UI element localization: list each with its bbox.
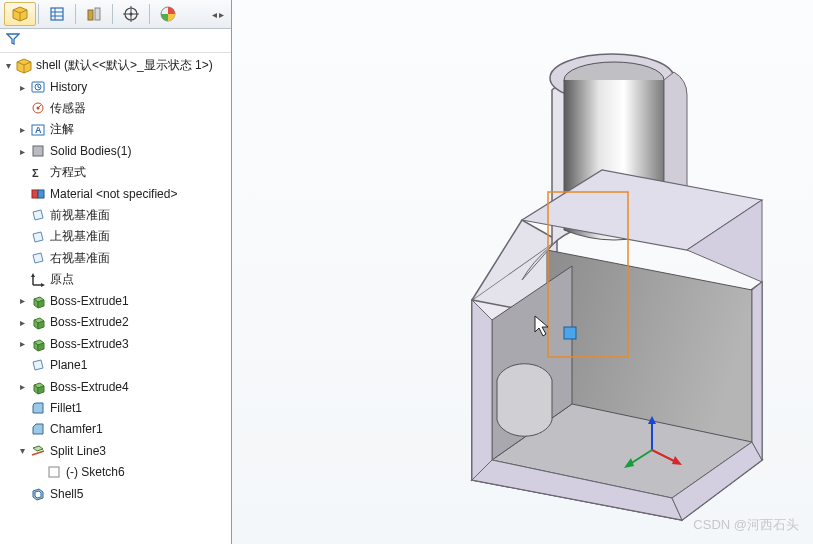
tree-item-label: 注解 — [50, 121, 74, 138]
tree-item[interactable]: 上视基准面 — [0, 226, 231, 247]
tree-item[interactable]: ▸Boss-Extrude2 — [0, 312, 231, 333]
expand-toggle[interactable]: ▸ — [16, 381, 28, 393]
tree-item[interactable]: ▸Boss-Extrude3 — [0, 333, 231, 354]
svg-text:A: A — [35, 125, 42, 135]
tree-item[interactable]: Fillet1 — [0, 397, 231, 418]
fillet-icon — [30, 400, 46, 416]
graphics-viewport[interactable]: CSDN @河西石头 — [232, 0, 813, 544]
tree-item[interactable]: (-) Sketch6 — [0, 461, 231, 482]
origin-icon — [30, 272, 46, 288]
material-icon — [30, 186, 46, 202]
plane-icon — [30, 357, 46, 373]
expand-toggle — [16, 167, 28, 179]
tree-item[interactable]: Plane1 — [0, 354, 231, 375]
tree-item-label: 传感器 — [50, 100, 86, 117]
filter-icon[interactable] — [6, 32, 20, 49]
tree-item-label: Boss-Extrude1 — [50, 294, 129, 308]
expand-toggle[interactable]: ▸ — [16, 316, 28, 328]
palette-icon — [159, 5, 177, 23]
history-icon — [30, 79, 46, 95]
expand-toggle — [32, 466, 44, 478]
tree-item-label: 右视基准面 — [50, 250, 110, 267]
tree-item-label: Chamfer1 — [50, 422, 103, 436]
svg-marker-41 — [38, 386, 44, 394]
expand-toggle[interactable]: ▸ — [16, 338, 28, 350]
svg-line-43 — [32, 451, 44, 455]
sensor-icon — [30, 100, 46, 116]
expand-toggle[interactable]: ▸ — [16, 81, 28, 93]
tree-item-label: 方程式 — [50, 164, 86, 181]
cube-gold-icon — [11, 5, 29, 23]
svg-marker-35 — [38, 321, 44, 329]
tree-item-label: Boss-Extrude3 — [50, 337, 129, 351]
expand-toggle — [16, 209, 28, 221]
tree-item[interactable]: Shell5 — [0, 483, 231, 504]
filter-row — [0, 29, 231, 53]
expand-toggle — [16, 488, 28, 500]
svg-rect-25 — [38, 190, 44, 198]
toolbar-overflow[interactable]: ◂ ▸ — [209, 2, 227, 26]
tab-config-manager[interactable] — [78, 2, 110, 26]
tab-toolbar: ◂ ▸ — [0, 0, 231, 29]
expand-toggle — [16, 188, 28, 200]
tree-item[interactable]: ▾Split Line3 — [0, 440, 231, 461]
tab-display-manager[interactable] — [152, 2, 184, 26]
tree-item[interactable]: Chamfer1 — [0, 419, 231, 440]
tree-item-label: Plane1 — [50, 358, 87, 372]
tree-item[interactable]: 前视基准面 — [0, 205, 231, 226]
plane-icon — [30, 250, 46, 266]
split-icon — [30, 443, 46, 459]
expand-toggle[interactable]: ▸ — [16, 295, 28, 307]
tree-item[interactable]: ▸Boss-Extrude1 — [0, 290, 231, 311]
expand-toggle — [16, 402, 28, 414]
tree-item[interactable]: Σ方程式 — [0, 162, 231, 183]
tree-item[interactable]: ▸Solid Bodies(1) — [0, 141, 231, 162]
expand-toggle — [16, 231, 28, 243]
svg-point-11 — [130, 13, 133, 16]
expand-toggle — [16, 359, 28, 371]
expand-toggle[interactable]: ▾ — [2, 60, 14, 72]
tab-dimxpert[interactable] — [115, 2, 147, 26]
svg-marker-38 — [38, 343, 44, 351]
svg-marker-46 — [35, 491, 41, 498]
expand-toggle[interactable]: ▸ — [16, 145, 28, 157]
tree-item[interactable]: ▸Boss-Extrude4 — [0, 376, 231, 397]
tree-item-label: Fillet1 — [50, 401, 82, 415]
svg-marker-42 — [33, 446, 43, 451]
tree-item-label: Split Line3 — [50, 444, 106, 458]
watermark: CSDN @河西石头 — [693, 516, 799, 534]
expand-toggle[interactable]: ▸ — [16, 124, 28, 136]
tab-feature-manager[interactable] — [4, 2, 36, 26]
tree-item[interactable]: 传感器 — [0, 98, 231, 119]
face-handle — [564, 327, 576, 339]
expand-toggle[interactable]: ▾ — [16, 445, 28, 457]
svg-text:Σ: Σ — [32, 167, 39, 179]
svg-rect-24 — [32, 190, 38, 198]
shell-icon — [30, 486, 46, 502]
tree-item-label: 原点 — [50, 271, 74, 288]
tree-item-label: Boss-Extrude2 — [50, 315, 129, 329]
expand-toggle — [16, 274, 28, 286]
tree-item[interactable]: ▸A注解 — [0, 119, 231, 140]
target-icon — [122, 5, 140, 23]
tree-item[interactable]: Material <not specified> — [0, 183, 231, 204]
svg-rect-2 — [51, 8, 63, 20]
feature-tree[interactable]: ▾ shell (默认<<默认>_显示状态 1>) ▸History传感器▸A注… — [0, 53, 231, 544]
svg-rect-22 — [33, 146, 43, 156]
expand-toggle — [16, 252, 28, 264]
expand-toggle — [16, 102, 28, 114]
plane-icon — [30, 229, 46, 245]
tab-property-manager[interactable] — [41, 2, 73, 26]
tree-root-label: shell (默认<<默认>_显示状态 1>) — [36, 57, 213, 74]
tree-item[interactable]: ▸History — [0, 76, 231, 97]
tree-item[interactable]: 原点 — [0, 269, 231, 290]
solid-icon — [30, 143, 46, 159]
tree-item[interactable]: 右视基准面 — [0, 248, 231, 269]
tree-item-label: Solid Bodies(1) — [50, 144, 131, 158]
annotation-icon: A — [30, 122, 46, 138]
tree-root[interactable]: ▾ shell (默认<<默认>_显示状态 1>) — [0, 55, 231, 76]
extrude-icon — [30, 314, 46, 330]
tree-item-label: (-) Sketch6 — [66, 465, 125, 479]
property-icon — [48, 5, 66, 23]
chamfer-icon — [30, 421, 46, 437]
